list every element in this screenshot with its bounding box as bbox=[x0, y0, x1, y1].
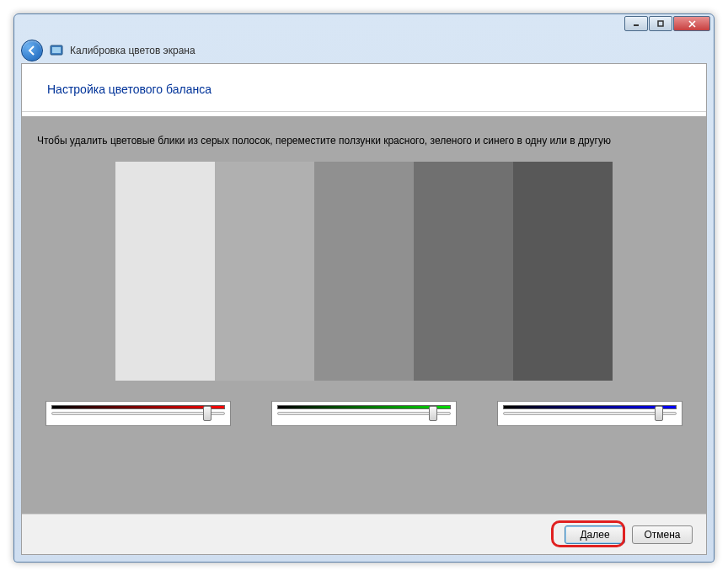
instruction-text: Чтобы удалить цветовые блики из серых по… bbox=[37, 135, 691, 147]
red-gradient bbox=[51, 405, 225, 409]
green-slider-thumb[interactable] bbox=[429, 406, 437, 421]
blue-slider-box bbox=[497, 401, 682, 426]
red-slider-thumb[interactable] bbox=[203, 406, 211, 421]
titlebar bbox=[14, 14, 714, 38]
green-slider-box bbox=[271, 401, 457, 426]
green-slider[interactable] bbox=[277, 412, 451, 415]
blue-slider-thumb[interactable] bbox=[655, 406, 663, 421]
back-button[interactable] bbox=[21, 40, 43, 61]
red-slider[interactable] bbox=[51, 412, 225, 415]
gray-bar-2 bbox=[215, 162, 314, 381]
blue-slider[interactable] bbox=[503, 412, 677, 415]
svg-rect-0 bbox=[634, 24, 639, 26]
next-button[interactable]: Далее bbox=[565, 525, 625, 544]
gray-bars-preview bbox=[115, 162, 613, 381]
app-icon bbox=[50, 44, 63, 57]
content-header: Настройка цветового баланса bbox=[22, 64, 706, 112]
header-row: Калибровка цветов экрана bbox=[14, 38, 714, 63]
green-gradient bbox=[277, 405, 451, 409]
minimize-button[interactable] bbox=[624, 16, 648, 31]
screenshot-frame: Калибровка цветов экрана Настройка цвето… bbox=[0, 0, 728, 576]
cancel-button[interactable]: Отмена bbox=[632, 525, 693, 544]
footer: Далее Отмена bbox=[22, 514, 706, 554]
wizard-window: Калибровка цветов экрана Настройка цвето… bbox=[13, 13, 715, 563]
close-button[interactable] bbox=[673, 16, 710, 31]
svg-rect-3 bbox=[52, 47, 61, 53]
arrow-left-icon bbox=[26, 45, 38, 56]
sliders-row bbox=[37, 401, 691, 426]
gray-bar-1 bbox=[115, 162, 215, 381]
app-title: Калибровка цветов экрана bbox=[70, 45, 195, 56]
maximize-button[interactable] bbox=[649, 16, 672, 31]
red-slider-box bbox=[46, 401, 231, 426]
window-controls bbox=[624, 16, 710, 31]
svg-rect-1 bbox=[658, 21, 663, 26]
gray-bar-4 bbox=[414, 162, 513, 381]
gray-bar-3 bbox=[314, 162, 414, 381]
page-title: Настройка цветового баланса bbox=[47, 83, 681, 96]
blue-gradient bbox=[503, 405, 677, 409]
content-area: Настройка цветового баланса Чтобы удалит… bbox=[21, 63, 707, 555]
gray-bar-5 bbox=[513, 162, 613, 381]
content-body: Чтобы удалить цветовые блики из серых по… bbox=[22, 116, 706, 514]
